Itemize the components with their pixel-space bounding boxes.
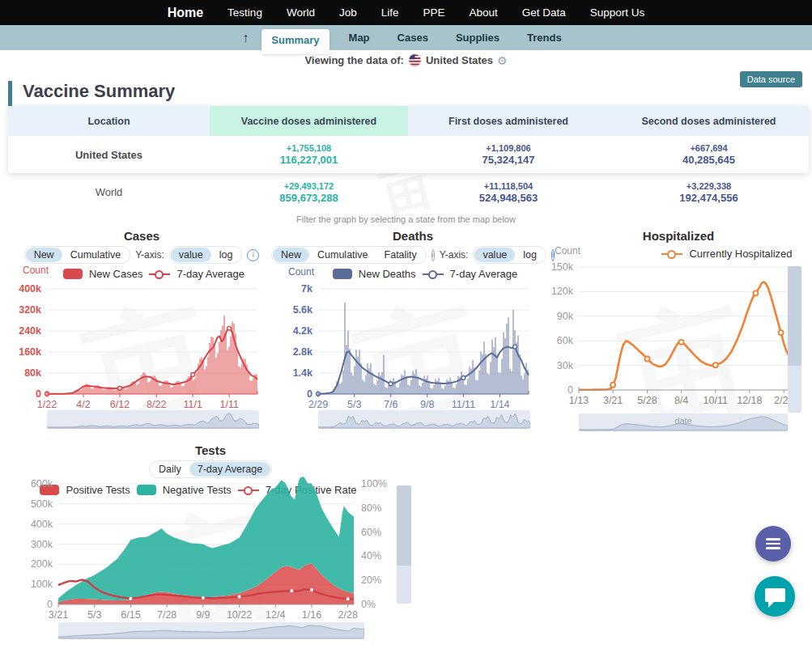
nav-item-life[interactable]: Life xyxy=(381,6,399,19)
toggle-new[interactable]: New xyxy=(26,248,62,262)
svg-text:7/28: 7/28 xyxy=(157,609,176,621)
toggle-cumulative[interactable]: Cumulative xyxy=(62,248,130,262)
column-header-second-doses[interactable]: Second doses administered xyxy=(609,106,809,136)
nav-item-testing[interactable]: Testing xyxy=(227,6,262,19)
floating-menu-button[interactable] xyxy=(755,526,791,562)
column-header-location: Location xyxy=(8,106,210,136)
svg-text:160k: 160k xyxy=(19,346,41,358)
row-first-doses-cell: +1,109,806 75,324,147 xyxy=(408,136,609,173)
svg-text:90k: 90k xyxy=(557,311,574,322)
svg-text:8/4: 8/4 xyxy=(674,395,688,406)
tab-map[interactable]: Map xyxy=(341,28,378,47)
tab-cases[interactable]: Cases xyxy=(389,28,436,47)
legend-label[interactable]: New Cases xyxy=(89,268,142,280)
table-row-world: World +29,493,172 859,673,288 +11,118,50… xyxy=(8,174,809,210)
svg-text:6/12: 6/12 xyxy=(110,399,130,410)
svg-text:40%: 40% xyxy=(361,550,381,562)
svg-text:8/22: 8/22 xyxy=(147,399,166,410)
legend-swatch-new-deaths[interactable] xyxy=(333,269,352,279)
hamburger-icon xyxy=(766,538,780,540)
table-header-row: Location Vaccine doses administered Firs… xyxy=(8,106,809,136)
toggle-log[interactable]: log xyxy=(211,248,241,262)
nav-item-job[interactable]: Job xyxy=(339,6,357,19)
svg-text:12/4: 12/4 xyxy=(266,609,285,621)
toggle-new[interactable]: New xyxy=(273,248,309,262)
column-header-doses[interactable]: Vaccine doses administered xyxy=(210,106,408,136)
svg-text:120k: 120k xyxy=(551,286,574,297)
row-location: United States xyxy=(8,136,210,173)
tests-vertical-scrollbar[interactable] xyxy=(397,485,411,604)
legend-label[interactable]: Currently Hospitalized xyxy=(689,248,792,260)
svg-text:12/18: 12/18 xyxy=(737,395,762,406)
data-source-button[interactable]: Data source xyxy=(740,71,802,87)
deaths-range-slider[interactable] xyxy=(318,410,530,429)
tab-summary[interactable]: Summary xyxy=(261,29,329,54)
tests-chart-title: Tests xyxy=(8,443,413,457)
svg-text:1/22: 1/22 xyxy=(37,399,57,410)
deaths-scale-toggle: value log xyxy=(473,246,546,264)
legend-label[interactable]: 7-day Average xyxy=(450,268,518,280)
toggle-daily[interactable]: Daily xyxy=(151,462,189,477)
tests-plot: 0100k200k300k400k500k600k0%20%40%60%80%1… xyxy=(8,476,413,629)
cases-range-slider[interactable] xyxy=(47,410,259,429)
svg-text:0%: 0% xyxy=(361,599,376,610)
legend-label[interactable]: 7-day Average xyxy=(176,268,244,280)
svg-text:7/6: 7/6 xyxy=(384,399,397,410)
svg-text:1/16: 1/16 xyxy=(302,609,321,621)
info-icon[interactable]: i xyxy=(432,249,435,261)
info-icon[interactable]: i xyxy=(247,249,259,261)
column-header-first-doses[interactable]: First doses administered xyxy=(408,106,609,136)
toggle-log[interactable]: log xyxy=(515,248,545,262)
deaths-plot: 01.4k2.8k4.2k5.6k7k2/295/37/69/811/111/1… xyxy=(279,279,546,413)
svg-text:80k: 80k xyxy=(24,367,41,379)
legend-label[interactable]: New Deaths xyxy=(359,268,416,280)
svg-text:5/3: 5/3 xyxy=(87,609,101,621)
svg-text:9/8: 9/8 xyxy=(420,399,434,410)
scroll-up-icon[interactable]: ↑ xyxy=(242,31,249,45)
svg-text:240k: 240k xyxy=(19,325,41,337)
svg-text:400k: 400k xyxy=(31,519,53,530)
legend-line-marker[interactable] xyxy=(661,249,682,259)
svg-text:0: 0 xyxy=(47,599,53,610)
toggle-7day-average[interactable]: 7-day Average xyxy=(189,462,270,477)
live-chat-button[interactable] xyxy=(755,576,795,617)
settings-gear-icon[interactable]: ⚙ xyxy=(497,54,508,67)
svg-text:2/28: 2/28 xyxy=(338,609,358,621)
cases-chart-title: Cases xyxy=(8,229,275,243)
nav-item-get-data[interactable]: Get Data xyxy=(522,6,566,19)
svg-text:400k: 400k xyxy=(19,283,41,295)
svg-text:60%: 60% xyxy=(361,527,381,538)
svg-text:500k: 500k xyxy=(31,498,53,510)
svg-text:2/29: 2/29 xyxy=(308,399,328,410)
nav-item-support-us[interactable]: Support Us xyxy=(590,6,645,19)
nav-item-ppe[interactable]: PPE xyxy=(423,6,444,19)
legend-line-marker[interactable] xyxy=(149,269,170,279)
svg-text:20%: 20% xyxy=(361,574,381,586)
toggle-value[interactable]: value xyxy=(474,248,515,262)
row-doses-cell: +1,755,108 116,227,001 xyxy=(210,136,408,173)
chat-bubble-icon xyxy=(755,576,795,617)
deaths-chart-title: Deaths xyxy=(279,229,546,243)
us-flag-icon xyxy=(408,53,422,67)
svg-text:6/15: 6/15 xyxy=(121,609,140,621)
toggle-value[interactable]: value xyxy=(171,248,211,262)
svg-text:1/11: 1/11 xyxy=(219,399,238,410)
hospitalized-count-axis-label: Count xyxy=(555,245,580,256)
nav-item-home[interactable]: Home xyxy=(168,6,203,20)
page-title: Vaccine Summary xyxy=(8,81,181,109)
toggle-fatality[interactable]: Fatality xyxy=(376,248,425,262)
nav-item-world[interactable]: World xyxy=(287,6,315,19)
cases-chart: 亩 Cases New Cumulative Y-axis: value log… xyxy=(8,229,275,433)
legend-line-marker[interactable] xyxy=(423,269,444,279)
toggle-cumulative[interactable]: Cumulative xyxy=(309,248,376,262)
hospitalized-vertical-scrollbar[interactable] xyxy=(788,266,801,413)
legend-swatch-new-cases[interactable] xyxy=(63,269,83,279)
hospitalized-range-slider[interactable]: date xyxy=(579,413,788,431)
svg-text:600k: 600k xyxy=(31,478,53,490)
tests-range-slider[interactable] xyxy=(58,622,364,639)
tab-supplies[interactable]: Supplies xyxy=(448,28,508,47)
row-location: World xyxy=(8,174,210,210)
tab-trends[interactable]: Trends xyxy=(519,28,570,47)
cases-count-axis-label: Count xyxy=(23,265,49,276)
nav-item-about[interactable]: About xyxy=(469,6,497,19)
